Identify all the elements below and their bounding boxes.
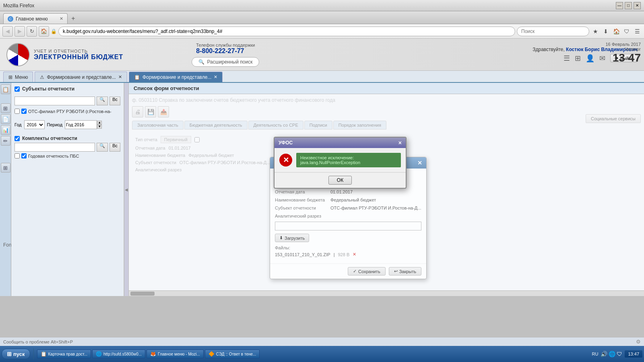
sidebar-icon-1[interactable]: 📋 [1,84,10,94]
minimize-button[interactable]: — [616,2,623,9]
home-button[interactable]: 🏠 [39,26,49,37]
left-icon-strip: 📋 ⊞ 📄 📊 ✏ ⊞ [0,83,11,296]
dialog-entity-label: Субъект отчетности [275,206,327,210]
packages-checkbox[interactable] [14,136,20,141]
header-center: Телефон службы поддержки 8-800-222-27-77… [123,43,328,67]
close-button[interactable]: ✕ [634,2,641,9]
taskbar-item-3[interactable]: 🦊 Главное меню - Mozi... [147,350,204,358]
browser-tab-main[interactable]: C Главное меню ✕ [3,13,68,24]
sidebar-icon-3[interactable]: 📄 [1,114,10,124]
new-tab-button[interactable]: + [68,13,79,24]
packages-search-button[interactable]: 🔍 [97,143,108,152]
packages-search-row: 🔍 Вс [14,143,120,152]
tray-icon-2[interactable]: 🌐 [609,351,615,357]
address-bar[interactable] [58,27,515,36]
entity-label-dim: Субъект отчетности [135,160,176,165]
year-select[interactable]: 2016 [24,120,45,129]
subjects-all-button[interactable]: Вс [109,97,120,105]
bookmark-icon[interactable]: ★ [591,27,600,36]
package-checkbox[interactable] [21,153,27,158]
type-value-dim: Первичный [161,136,191,143]
download-icon[interactable]: ⬇ [601,27,610,36]
sidebar-icon-2[interactable]: ⊞ [1,103,10,113]
type-checkbox-dim[interactable] [194,137,200,142]
dialog-file-input[interactable] [275,222,421,230]
taskbar-item-4[interactable]: 🔶 СЭД :: Ответ в тене... [205,350,260,358]
restore-button[interactable]: □ [625,2,632,9]
app-tab-menu[interactable]: ⊞ Меню [3,72,33,82]
app-header: УЧЕТ И ОТЧЕТНОСТЬ ЭЛЕКТРОННЫЙ БЮДЖЕТ Тел… [0,39,644,71]
load-button[interactable]: ⬇ Загрузить [275,234,309,242]
save-action-label: Сохранить [358,269,380,274]
social-services-button[interactable]: Социальные сервисы [586,114,641,123]
packages-search-input[interactable] [14,143,95,152]
taskbar-clock: 13:47 [625,350,642,358]
app-logo: УЧЕТ И ОТЧЕТНОСТЬ ЭЛЕКТРОННЫЙ БЮДЖЕТ [6,43,123,66]
advanced-search-button[interactable]: 🔍 Расширенный поиск [192,57,259,67]
content-tab-3[interactable]: Деятельность со СРЕ [248,121,303,130]
tab2-label: Формирование и представле... [142,74,211,80]
subjects-search-input[interactable] [14,97,95,105]
panel-divider[interactable]: ◀ [124,83,129,296]
package-parent-checkbox[interactable] [14,153,20,158]
app-tab-2[interactable]: 📋 Формирование и представле... ✕ [129,72,223,82]
app-tab-1[interactable]: ⚠ Формирование и представле... ✕ [35,72,127,82]
packages-all-button[interactable]: Вс [109,143,120,152]
sidebar-icon-5[interactable]: ✏ [1,136,10,146]
subjects-search-row: 🔍 Вс [14,97,120,105]
menu-icon[interactable]: ☰ [633,27,642,36]
tray-icon-1[interactable]: 🔊 [601,351,607,357]
time-display: 47 [628,51,641,64]
person-icon[interactable]: 👤 [586,54,594,63]
taskbar-right: RU 🔊 🌐 🛡 13:47 [592,350,642,358]
nav-home-icon[interactable]: 🏠 [612,27,621,36]
advanced-search-label: Расширенный поиск [207,59,252,65]
entity-parent-checkbox[interactable] [14,109,20,114]
save-button[interactable]: 💾 [145,106,156,117]
content-tab-5[interactable]: Порядок заполнения [333,121,386,130]
load-icon: ⬇ [279,235,283,241]
period-input[interactable] [65,120,97,129]
taskbar-item-2-icon: 🌐 [96,351,102,357]
budget-label-dim: Наименование бюджета [135,153,185,158]
period-up-button[interactable]: ▲ [97,121,102,125]
error-ok-button[interactable]: ОК [328,176,352,185]
taskbar-item-2[interactable]: 🌐 http://sufd.s5800w0... [92,350,145,358]
tray-icon-3[interactable]: 🛡 [617,351,622,357]
sidebar-icon-4[interactable]: 📊 [1,125,10,135]
close-action-button[interactable]: ↩ Закрыть [389,267,421,276]
tab2-close[interactable]: ✕ [214,74,217,80]
period-down-button[interactable]: ▼ [97,125,102,129]
file-delete-button[interactable]: ✕ [353,252,356,257]
upload-dialog-close[interactable]: ✕ [417,160,422,166]
entity-checkbox[interactable] [21,109,27,114]
scrollbar-thumb[interactable] [130,292,155,296]
export-button[interactable]: 📤 [158,106,169,117]
status-text: Сообщить о проблеме Alt+Shift+P [3,339,73,344]
taskbar-item-2-label: http://sufd.s5800w0... [103,352,142,356]
tab1-close[interactable]: ✕ [118,74,122,80]
mail-icon[interactable]: ✉ [599,54,605,63]
subjects-search-button[interactable]: 🔍 [97,97,108,105]
subjects-checkbox[interactable] [14,86,20,92]
settings-icon[interactable]: ⚙ [636,339,641,345]
error-dialog-close-button[interactable]: × [398,140,402,146]
save-action-button[interactable]: ✓ Сохранить [348,267,386,276]
forward-button[interactable]: ▶ [14,26,25,37]
grid-icon[interactable]: ⊞ [575,54,581,63]
back-button[interactable]: ◀ [2,26,13,37]
content-tab-2[interactable]: Бюджетная деятельность [184,121,248,130]
content-tab-1[interactable]: Заголовочная часть [132,121,184,130]
sidebar-icon-6[interactable]: ⊞ [1,163,10,173]
shield-icon[interactable]: 🛡 [622,27,631,36]
list-icon[interactable]: ☰ [564,54,570,63]
tab-close-button[interactable]: ✕ [60,16,63,21]
print-button[interactable]: 🖨 [132,106,143,117]
taskbar-item-1[interactable]: 📋 Карточка прав дост... [37,350,91,358]
reload-button[interactable]: ↻ [27,26,37,37]
browser-search-input[interactable] [517,27,589,36]
content-tab-4[interactable]: Подписи [304,121,332,130]
start-button[interactable]: ⊞ пуск [2,349,30,359]
keyboard-layout[interactable]: RU [592,352,599,356]
error-text-box: Неизвестное исключение: java.lang.NullPo… [296,153,401,167]
